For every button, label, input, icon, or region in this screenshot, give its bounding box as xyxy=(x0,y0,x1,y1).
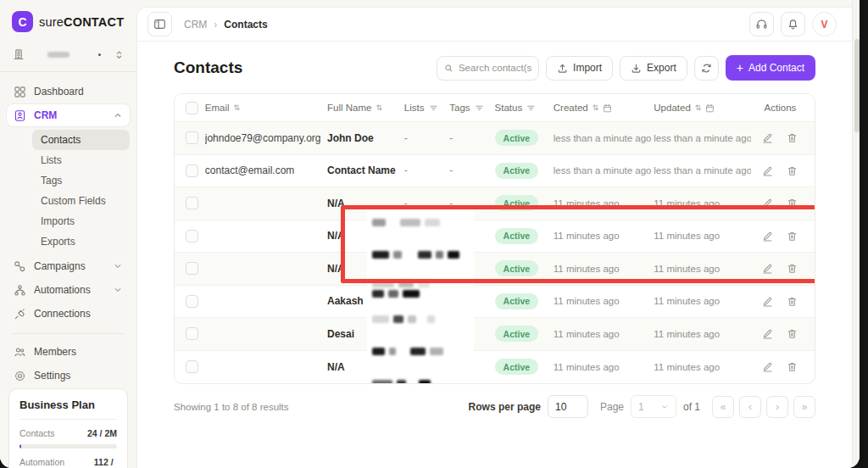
sidebar-item-automations[interactable]: Automations xyxy=(7,279,130,301)
sidebar-item-exports[interactable]: Exports xyxy=(32,231,130,252)
delete-icon[interactable] xyxy=(787,361,798,372)
prev-page-button[interactable]: ‹ xyxy=(739,396,761,418)
crm-submenu: Contacts Lists Tags Custom Fields Import… xyxy=(7,130,130,252)
import-button[interactable]: Import xyxy=(546,56,613,81)
sidebar-item-contacts[interactable]: Contacts xyxy=(32,130,130,150)
row-checkbox[interactable] xyxy=(186,131,198,144)
filter-icon[interactable] xyxy=(429,103,438,113)
next-page-button[interactable]: › xyxy=(766,396,788,418)
redacted-email xyxy=(372,251,470,259)
sort-icon[interactable]: ⇅ xyxy=(376,104,382,112)
delete-icon[interactable] xyxy=(787,296,798,307)
search-input[interactable] xyxy=(459,63,531,73)
redacted-email xyxy=(372,219,470,226)
workspace-ellipsis xyxy=(98,53,101,56)
page-select[interactable]: 1 xyxy=(631,395,676,418)
sidebar-item-label: CRM xyxy=(34,109,57,121)
last-page-button[interactable]: » xyxy=(793,396,815,418)
select-all-checkbox[interactable] xyxy=(186,102,198,114)
edit-icon[interactable] xyxy=(762,231,773,242)
sidebar-item-dashboard[interactable]: Dashboard xyxy=(7,81,130,103)
sidebar-toggle-button[interactable] xyxy=(147,12,172,36)
search-icon xyxy=(444,63,453,74)
page-title: Contacts xyxy=(174,58,242,77)
table-body: johndoe79@company.org John Doe - - Activ… xyxy=(175,122,815,383)
column-header-full-name[interactable]: Full Name ⇅ xyxy=(327,103,404,113)
toolbar: Import Export + Add Contact xyxy=(437,55,815,81)
filter-icon[interactable] xyxy=(526,103,536,113)
edit-icon[interactable] xyxy=(762,132,773,143)
column-header-tags[interactable]: Tags xyxy=(449,103,494,113)
calendar-icon[interactable] xyxy=(705,103,715,113)
column-header-status[interactable]: Status xyxy=(495,103,554,113)
sidebar-item-imports[interactable]: Imports xyxy=(32,211,130,231)
sidebar-item-connections[interactable]: Connections xyxy=(7,303,130,325)
column-header-email[interactable]: Email ⇅ xyxy=(205,103,327,113)
avatar[interactable]: V xyxy=(812,12,837,36)
row-checkbox[interactable] xyxy=(186,197,198,209)
delete-icon[interactable] xyxy=(787,198,798,209)
contact-full-name: John Doe xyxy=(327,132,374,144)
delete-icon[interactable] xyxy=(787,132,798,143)
support-button[interactable] xyxy=(749,12,774,36)
sort-icon[interactable]: ⇅ xyxy=(593,104,599,112)
calendar-icon[interactable] xyxy=(603,103,612,113)
column-header-updated[interactable]: Updated ⇅ xyxy=(654,103,751,113)
status-badge: Active xyxy=(495,359,539,375)
crm-icon xyxy=(14,109,26,122)
sidebar: C sureCONTACT Dashboard CRM Contacts Lis… xyxy=(0,0,136,468)
notifications-button[interactable] xyxy=(781,12,805,36)
sort-icon[interactable]: ⇅ xyxy=(695,104,702,112)
edit-icon[interactable] xyxy=(762,296,773,307)
delete-icon[interactable] xyxy=(787,328,798,339)
row-checkbox[interactable] xyxy=(186,295,198,308)
workspace-selector[interactable] xyxy=(0,41,136,72)
edit-icon[interactable] xyxy=(762,328,773,339)
column-label: Full Name xyxy=(327,103,371,113)
sidebar-item-members[interactable]: Members xyxy=(7,341,130,363)
edit-icon[interactable] xyxy=(762,198,773,209)
sidebar-item-custom-fields[interactable]: Custom Fields xyxy=(32,191,130,211)
sidebar-item-lists[interactable]: Lists xyxy=(32,150,130,170)
contact-full-name: Contact Name xyxy=(327,164,396,176)
edit-icon[interactable] xyxy=(762,165,773,176)
edit-icon[interactable] xyxy=(762,263,773,274)
search-box[interactable] xyxy=(437,56,539,81)
row-checkbox[interactable] xyxy=(186,230,198,242)
sidebar-item-label: Members xyxy=(34,346,76,358)
delete-icon[interactable] xyxy=(787,231,798,242)
breadcrumb-parent[interactable]: CRM xyxy=(184,19,207,31)
column-header-created[interactable]: Created ⇅ xyxy=(554,103,654,113)
sort-icon[interactable]: ⇅ xyxy=(234,104,241,112)
row-checkbox[interactable] xyxy=(186,262,198,275)
filter-icon[interactable] xyxy=(475,103,484,113)
chevron-down-icon xyxy=(113,285,123,295)
scrollbar[interactable] xyxy=(852,0,860,468)
row-checkbox[interactable] xyxy=(186,164,198,177)
row-checkbox[interactable] xyxy=(186,327,198,340)
building-icon xyxy=(12,47,25,61)
table-row: N/A - - Active 11 minutes ago 11 minutes… xyxy=(175,187,815,220)
delete-icon[interactable] xyxy=(787,263,798,274)
column-header-lists[interactable]: Lists xyxy=(404,103,449,113)
page-select-value: 1 xyxy=(638,401,644,413)
contact-created: less than a minute ago xyxy=(554,133,652,143)
contact-full-name: N/A xyxy=(327,361,345,373)
scrollbar-thumb[interactable] xyxy=(854,39,860,132)
redacted-email xyxy=(372,315,470,323)
refresh-button[interactable] xyxy=(694,56,719,81)
sidebar-item-tags[interactable]: Tags xyxy=(32,170,130,191)
row-checkbox[interactable] xyxy=(186,360,198,373)
edit-icon[interactable] xyxy=(762,361,773,372)
sidebar-item-settings[interactable]: Settings xyxy=(7,365,130,387)
rows-per-page-input[interactable] xyxy=(548,395,588,418)
first-page-button[interactable]: « xyxy=(712,396,734,418)
sidebar-item-crm[interactable]: CRM xyxy=(7,104,130,126)
export-button[interactable]: Export xyxy=(620,56,687,81)
sidebar-item-campaigns[interactable]: Campaigns xyxy=(7,255,130,277)
contact-full-name: Aakash xyxy=(327,295,364,307)
brand-logo[interactable]: C sureCONTACT xyxy=(0,0,136,41)
delete-icon[interactable] xyxy=(787,165,798,176)
add-contact-button[interactable]: + Add Contact xyxy=(726,55,815,81)
contact-lists: - xyxy=(404,164,408,176)
